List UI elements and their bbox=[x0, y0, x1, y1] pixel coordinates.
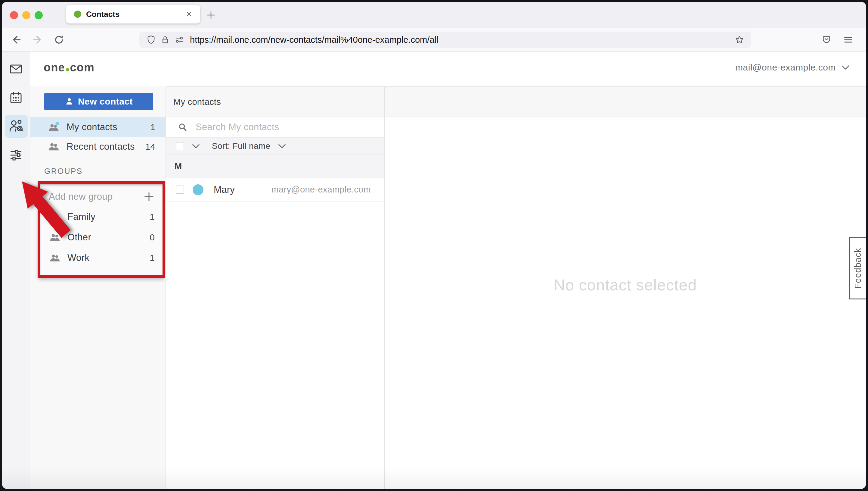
sidebar-item-recent-contacts[interactable]: Recent contacts 14 bbox=[30, 137, 165, 156]
empty-message: No contact selected bbox=[554, 276, 697, 294]
chevron-down-icon bbox=[841, 65, 850, 70]
group-icon bbox=[49, 211, 61, 223]
menu-icon[interactable] bbox=[841, 33, 855, 47]
chevron-down-icon[interactable] bbox=[278, 144, 286, 148]
permissions-icon[interactable] bbox=[174, 35, 185, 45]
shield-icon[interactable] bbox=[146, 35, 156, 45]
count-badge: 0 bbox=[150, 232, 155, 242]
sidebar-item-my-contacts[interactable]: My contacts 1 bbox=[30, 117, 165, 137]
pocket-icon[interactable] bbox=[819, 33, 833, 47]
list-panel-header: My contacts bbox=[166, 87, 384, 117]
browser-window: Contacts https://mail.one.com/new-contac… bbox=[2, 2, 866, 489]
tab-title: Contacts bbox=[86, 10, 184, 19]
calendar-icon[interactable] bbox=[6, 88, 26, 108]
empty-state: No contact selected bbox=[385, 117, 866, 489]
group-icon bbox=[49, 231, 61, 243]
red-highlight-box: Add new group Family 1 Other 0 Work 1 bbox=[38, 181, 165, 278]
forward-icon[interactable] bbox=[31, 33, 44, 47]
lock-icon[interactable] bbox=[160, 35, 170, 45]
contacts-icon[interactable] bbox=[5, 115, 28, 138]
feedback-label: Feedback bbox=[853, 248, 863, 289]
count-badge: 1 bbox=[150, 253, 155, 263]
close-window-button[interactable] bbox=[10, 11, 18, 19]
reload-icon[interactable] bbox=[52, 33, 66, 47]
contact-list-panel: My contacts Sort: Full name M Mary mary@… bbox=[165, 86, 384, 489]
bookmark-star-icon[interactable] bbox=[734, 34, 745, 46]
feedback-tab[interactable]: Feedback bbox=[849, 237, 866, 299]
person-icon bbox=[65, 97, 74, 106]
contact-email: mary@one-example.com bbox=[272, 185, 371, 195]
groups-heading: GROUPS bbox=[44, 167, 83, 176]
navigation-bar: https://mail.one.com/new-contacts/mail%4… bbox=[2, 28, 866, 52]
browser-tab-contacts[interactable]: Contacts bbox=[66, 5, 200, 24]
settings-sliders-icon[interactable] bbox=[6, 145, 26, 165]
group-row-family[interactable]: Family 1 bbox=[40, 207, 162, 227]
contact-name: Mary bbox=[214, 184, 235, 195]
url-text: https://mail.one.com/new-contacts/mail%4… bbox=[190, 35, 734, 45]
tab-close-icon[interactable] bbox=[184, 9, 194, 19]
contact-checkbox[interactable] bbox=[176, 185, 184, 194]
avatar bbox=[193, 184, 204, 195]
app-icon-rail bbox=[2, 52, 30, 489]
select-all-checkbox[interactable] bbox=[176, 142, 184, 150]
plus-icon[interactable] bbox=[143, 191, 155, 202]
one-com-logo[interactable]: one com bbox=[44, 61, 94, 74]
count-badge: 1 bbox=[150, 122, 155, 132]
group-icon bbox=[49, 252, 61, 264]
count-badge: 14 bbox=[145, 142, 155, 152]
tab-bar: Contacts bbox=[2, 2, 866, 28]
window-controls bbox=[10, 11, 43, 19]
group-row-other[interactable]: Other 0 bbox=[40, 227, 162, 248]
my-contacts-icon bbox=[47, 121, 60, 134]
group-row-work[interactable]: Work 1 bbox=[40, 248, 162, 268]
contact-detail-panel: No contact selected bbox=[384, 86, 866, 489]
logo-green-dot bbox=[66, 68, 69, 71]
letter-section-header: M bbox=[166, 155, 384, 178]
mail-icon[interactable] bbox=[6, 59, 26, 79]
app-header: one com mail@one-example.com bbox=[30, 52, 866, 86]
minimize-window-button[interactable] bbox=[22, 11, 30, 19]
webmail-app: one com mail@one-example.com New contact… bbox=[2, 52, 866, 489]
contacts-sidebar: New contact My contacts 1 Recent contact… bbox=[30, 86, 165, 489]
account-dropdown[interactable]: mail@one-example.com bbox=[735, 62, 850, 73]
new-contact-button[interactable]: New contact bbox=[44, 93, 153, 110]
list-panel-title: My contacts bbox=[173, 97, 221, 107]
search-row bbox=[166, 117, 384, 138]
back-icon[interactable] bbox=[9, 33, 23, 47]
logo-text-right: com bbox=[70, 61, 94, 74]
add-new-group-row[interactable]: Add new group bbox=[40, 187, 162, 207]
recent-contacts-icon bbox=[47, 140, 60, 153]
zoom-window-button[interactable] bbox=[35, 11, 43, 19]
count-badge: 1 bbox=[150, 212, 155, 222]
new-tab-button[interactable] bbox=[204, 8, 218, 22]
sort-dropdown[interactable]: Sort: Full name bbox=[212, 141, 270, 151]
chevron-down-icon[interactable] bbox=[192, 144, 200, 148]
detail-panel-header bbox=[385, 87, 866, 117]
logo-text-left: one bbox=[44, 61, 65, 74]
search-icon bbox=[178, 122, 188, 132]
search-input[interactable] bbox=[196, 122, 364, 133]
url-bar[interactable]: https://mail.one.com/new-contacts/mail%4… bbox=[140, 32, 751, 48]
account-email: mail@one-example.com bbox=[735, 62, 836, 73]
sort-row: Sort: Full name bbox=[166, 138, 384, 155]
contact-row-mary[interactable]: Mary mary@one-example.com bbox=[166, 178, 384, 202]
site-favicon-icon bbox=[74, 10, 81, 18]
